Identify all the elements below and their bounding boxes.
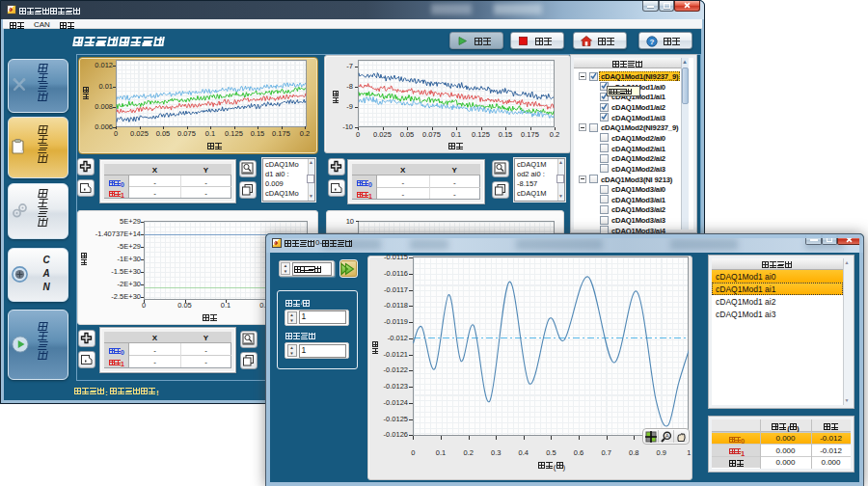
svg-text:?: ? [650, 38, 655, 46]
svg-text:A: A [665, 433, 668, 439]
